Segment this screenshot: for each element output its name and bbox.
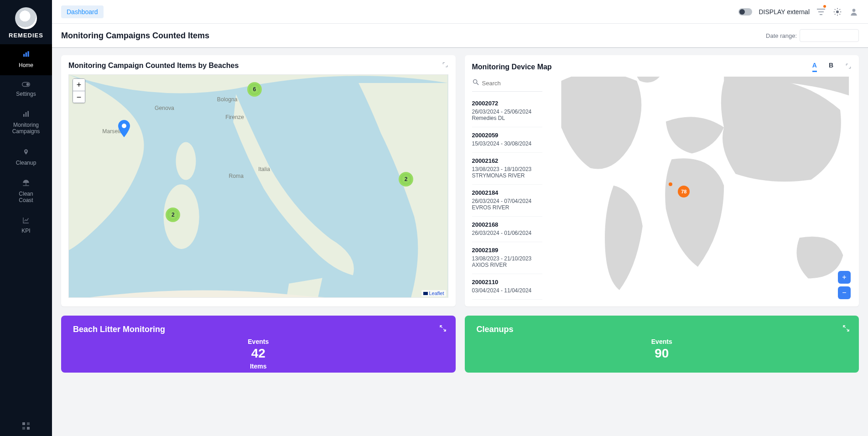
stat-title-beach: Beach Litter Monitoring (73, 325, 444, 334)
device-date-range: 26/03/2024 - 01/06/2024 (472, 230, 542, 236)
device-list[interactable]: 2000207226/03/2024 - 25/06/2024Remedies … (472, 77, 545, 300)
svg-line-22 (840, 14, 841, 15)
nav: HomeSettingsMonitoringCampaignsCleanupCl… (0, 44, 52, 241)
svg-rect-14 (818, 11, 824, 12)
device-list-item[interactable]: 2000216213/08/2023 - 18/10/2023STRYMONAS… (472, 153, 542, 185)
device-list-item[interactable]: 2000207226/03/2024 - 25/06/2024Remedies … (472, 95, 542, 127)
sidebar: REMEDIES HomeSettingsMonitoringCampaigns… (0, 0, 52, 436)
svg-point-4 (26, 83, 29, 86)
tab-dashboard[interactable]: Dashboard (61, 5, 104, 18)
card-beach-litter: Beach Litter Monitoring Events 42 Items (61, 316, 456, 373)
device-id: 20002059 (472, 132, 542, 139)
expand-icon[interactable] (442, 62, 448, 70)
svg-rect-7 (27, 111, 29, 117)
search-icon (472, 78, 479, 88)
device-label: EVROS RIVER (472, 204, 542, 211)
svg-text:Genova: Genova (155, 105, 174, 111)
card-title-beaches: Monitoring Campaign Counted Items by Bea… (68, 62, 239, 70)
device-list-item[interactable]: 2000218426/03/2024 - 07/04/2024EVROS RIV… (472, 185, 542, 217)
device-date-range: 13/08/2023 - 21/10/2023 (472, 255, 542, 262)
world-marker-cluster[interactable]: 78 (678, 186, 690, 197)
events-label: Events (248, 338, 269, 345)
svg-point-28 (176, 142, 196, 180)
svg-text:Roma: Roma (229, 173, 244, 179)
svg-line-23 (835, 14, 836, 15)
sidebar-item-monitoring-campaigns[interactable]: MonitoringCampaigns (0, 104, 52, 141)
subheader: Monitoring Campaigns Counted Items Date … (52, 24, 868, 48)
display-toggle[interactable] (738, 8, 752, 16)
svg-point-25 (852, 9, 856, 12)
map-cluster-marker[interactable]: 6 (247, 82, 262, 97)
device-date-range: 03/04/2024 - 11/04/2024 (472, 287, 542, 294)
zoom-in-button[interactable]: + (73, 79, 85, 91)
svg-line-21 (835, 9, 836, 10)
sidebar-item-settings[interactable]: Settings (0, 75, 52, 104)
map-pin-marker[interactable] (118, 120, 130, 137)
svg-rect-11 (22, 427, 25, 430)
events-value: 42 (251, 346, 265, 361)
svg-rect-1 (26, 52, 27, 57)
world-map[interactable]: 78 + − (550, 77, 852, 300)
tab-b[interactable]: B (829, 62, 833, 72)
svg-point-40 (122, 124, 126, 128)
svg-text:Bologna: Bologna (217, 96, 238, 103)
svg-point-16 (836, 10, 839, 13)
svg-rect-2 (27, 51, 29, 57)
device-date-range: 15/03/2024 - 30/08/2024 (472, 140, 542, 147)
world-zoom-in-button[interactable]: + (838, 271, 851, 284)
map-cluster-marker[interactable]: 2 (166, 208, 180, 222)
zoom-out-button[interactable]: − (73, 91, 85, 103)
device-label: Remedies DL (472, 115, 542, 121)
logo-icon (15, 7, 37, 29)
device-list-item[interactable]: 20002165 (472, 300, 542, 300)
events-label: Events (651, 338, 672, 345)
svg-rect-12 (27, 427, 30, 430)
sidebar-item-clean-coast[interactable]: CleanCoast (0, 173, 52, 210)
sidebar-item-kpi[interactable]: KPI (0, 210, 52, 241)
svg-rect-6 (26, 112, 27, 117)
world-marker-dot[interactable] (669, 182, 672, 186)
world-zoom-out-button[interactable]: − (838, 286, 851, 299)
home-icon (22, 51, 30, 60)
tab-a[interactable]: A (812, 62, 817, 72)
device-id: 20002189 (472, 247, 542, 254)
device-date-range: 26/03/2024 - 07/04/2024 (472, 198, 542, 204)
items-label: Items (250, 363, 267, 370)
svg-point-41 (473, 80, 477, 83)
expand-icon[interactable] (439, 325, 447, 334)
chart-icon (22, 217, 30, 226)
device-id: 20002110 (472, 279, 542, 285)
svg-rect-9 (22, 422, 25, 425)
leaflet-map[interactable]: Marseille Genova Roma Italia Zagreb Pale… (68, 74, 448, 298)
leaflet-attribution[interactable]: Leaflet (421, 290, 446, 296)
map-cluster-marker[interactable]: 2 (399, 172, 413, 187)
sidebar-item-label: MonitoringCampaigns (12, 122, 40, 135)
svg-text:Italia: Italia (258, 166, 270, 172)
filter-icon[interactable] (816, 7, 826, 17)
device-list-item[interactable]: 2000205915/03/2024 - 30/08/2024 (472, 127, 542, 153)
device-date-range: 26/03/2024 - 25/06/2024 (472, 109, 542, 115)
theme-icon[interactable] (832, 7, 842, 17)
date-range-input[interactable] (800, 29, 859, 42)
sidebar-item-cleanup[interactable]: Cleanup (0, 141, 52, 173)
expand-icon[interactable] (842, 325, 850, 334)
device-list-item[interactable]: 2000211003/04/2024 - 11/04/2024 (472, 274, 542, 300)
brand-logo: REMEDIES (0, 0, 52, 44)
sidebar-item-label: CleanCoast (19, 191, 33, 204)
sidebar-item-label: Cleanup (16, 160, 36, 166)
sidebar-item-label: KPI (21, 228, 30, 234)
device-list-item[interactable]: 2000216826/03/2024 - 01/06/2024 (472, 217, 542, 242)
sidebar-item-label: Home (19, 62, 33, 69)
expand-icon[interactable] (845, 63, 852, 71)
toggle-icon (22, 82, 30, 89)
device-search-input[interactable] (482, 80, 545, 87)
device-date-range: 13/08/2023 - 18/10/2023 (472, 166, 542, 172)
grid-icon[interactable] (18, 418, 34, 436)
card-cleanups: Cleanups Events 90 (465, 316, 859, 373)
sidebar-item-home[interactable]: Home (0, 44, 52, 75)
user-icon[interactable] (849, 7, 859, 17)
device-list-item[interactable]: 2000218913/08/2023 - 21/10/2023AXIOS RIV… (472, 242, 542, 274)
svg-line-24 (840, 9, 841, 10)
svg-line-42 (477, 83, 478, 85)
map-tiles: Marseille Genova Roma Italia Zagreb Pale… (69, 75, 448, 297)
